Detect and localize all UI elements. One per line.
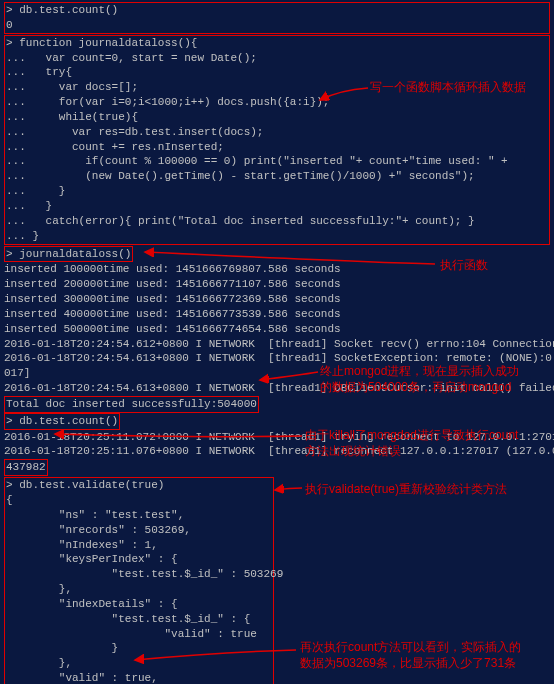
wrong-count: 437982 [6,461,46,473]
validate-line: "valid" : true, [6,671,272,684]
terminal-window: > db.test.count() 0 > function journalda… [0,0,554,684]
output-line: inserted 200000time used: 1451666771107.… [4,277,550,292]
annotation-6: 再次执行count方法可以看到，实际插入的 数据为503269条，比显示插入少了… [300,640,521,671]
cmd-count-1[interactable]: > db.test.count() [6,3,548,18]
func-line: ... var count=0, start = new Date(); [6,51,548,66]
func-line: ... (new Date().getTime() - start.getTim… [6,169,548,184]
validate-line: "valid" : true [6,627,272,642]
func-line: ... } [6,199,548,214]
func-line: ... } [6,184,548,199]
annotation-5: 执行validate(true)重新校验统计类方法 [305,482,507,498]
result-0: 0 [6,18,548,33]
box-call: > journaldataloss() [4,246,133,263]
box-wrong-count: 437982 [4,459,48,476]
validate-line: "nrecords" : 503269, [6,523,272,538]
annotation-2: 执行函数 [440,258,488,274]
validate-line: { [6,493,272,508]
box-total: Total doc inserted successfully:504000 [4,396,259,413]
validate-line: "ns" : "test.test", [6,508,272,523]
cmd-count-2[interactable]: > db.test.count() [6,415,118,427]
annotation-3: 终止mongod进程，现在显示插入成功 的数据为504000条，再启动mongo… [320,364,519,395]
func-line: ... while(true){ [6,110,548,125]
box-count-2: > db.test.count() [4,413,120,430]
box-initial-count: > db.test.count() 0 [4,2,550,34]
func-line: ... } [6,229,548,244]
box-function-def: > function journaldataloss(){ ... var co… [4,35,550,245]
output-line: inserted 400000time used: 1451666773539.… [4,307,550,322]
output-line: inserted 300000time used: 1451666772369.… [4,292,550,307]
validate-line: "test.test.$_id_" : 503269 [6,567,272,582]
func-line[interactable]: > function journaldataloss(){ [6,36,548,51]
validate-line: "nIndexes" : 1, [6,538,272,553]
annotation-1: 写一个函数脚本循环插入数据 [370,80,526,96]
annotation-4: 由于killall了mongdod进行导致执行count 方法出现统计错误 [305,428,518,459]
func-line: ... try{ [6,65,548,80]
func-line: ... catch(error){ print("Total doc inser… [6,214,548,229]
func-line: ... var res=db.test.insert(docs); [6,125,548,140]
validate-line: "test.test.$_id_" : { [6,612,272,627]
box-validate: > db.test.validate(true) { "ns" : "test.… [4,477,274,684]
output-line: 2016-01-18T20:24:54.612+0800 I NETWORK [… [4,337,550,352]
cmd-call[interactable]: > journaldataloss() [6,248,131,260]
output-line: inserted 500000time used: 1451666774654.… [4,322,550,337]
total-line: Total doc inserted successfully:504000 [6,398,257,410]
validate-line: } [6,641,272,656]
validate-line: "keysPerIndex" : { [6,552,272,567]
validate-line: }, [6,656,272,671]
func-line: ... for(var i=0;i<1000;i++) docs.push({a… [6,95,548,110]
validate-line: }, [6,582,272,597]
func-line: ... count += res.nInserted; [6,140,548,155]
func-line: ... if(count % 100000 == 0) print("inser… [6,154,548,169]
validate-line: "indexDetails" : { [6,597,272,612]
cmd-validate[interactable]: > db.test.validate(true) [6,478,272,493]
